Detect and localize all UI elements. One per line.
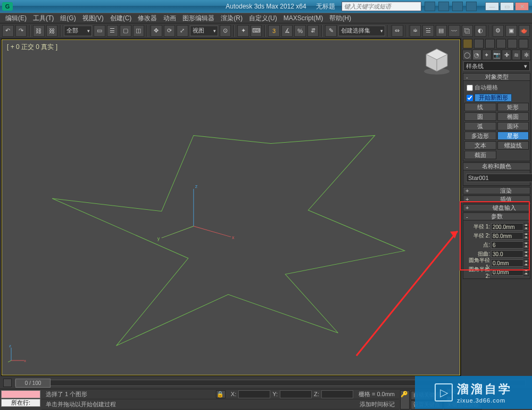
app-logo-icon[interactable]: G	[2, 2, 13, 11]
layer-manager-button[interactable]: ☱	[422, 25, 434, 37]
menu-rendering[interactable]: 渲染(R)	[219, 14, 245, 23]
tab-shapes-icon[interactable]: ◔	[472, 50, 482, 60]
toolrow-icon-4[interactable]	[496, 39, 506, 48]
schematic-view-button[interactable]: ⿻	[462, 25, 473, 37]
menu-maxscript[interactable]: MAXScript(M)	[281, 14, 326, 22]
points-spinner[interactable]: 6	[491, 241, 523, 249]
material-editor-button[interactable]: ◐	[475, 25, 486, 37]
now-row-input[interactable]	[1, 399, 40, 407]
tab-cameras-icon[interactable]: 📷	[492, 50, 502, 60]
menu-views[interactable]: 视图(V)	[80, 14, 106, 23]
menu-create[interactable]: 创建(C)	[108, 14, 134, 23]
favorites-icon[interactable]	[452, 2, 463, 11]
object-name-input[interactable]	[466, 174, 532, 182]
fillet1-spinner[interactable]: 0.0mm	[491, 259, 523, 267]
ref-coord-dropdown[interactable]: 视图	[190, 26, 218, 36]
key-mode-icon[interactable]: 🔑	[400, 390, 410, 409]
menu-graph-editors[interactable]: 图形编辑器	[180, 14, 217, 23]
maximize-button[interactable]: ▭	[500, 2, 514, 11]
menu-edit[interactable]: 编辑(E)	[3, 14, 29, 23]
autogrid-checkbox[interactable]	[467, 85, 473, 91]
time-slider[interactable]: 0 / 100	[0, 377, 532, 389]
rotate-button[interactable]: ⟳	[164, 25, 176, 37]
minimize-button[interactable]: —	[485, 2, 499, 11]
viewcube-icon[interactable]	[423, 47, 451, 76]
radius1-spinner[interactable]: 200.0mm	[491, 223, 523, 231]
coord-z-input[interactable]	[321, 390, 353, 398]
rollout-keyboard-entry[interactable]: +键盘输入	[463, 204, 530, 211]
shape-line-button[interactable]: 线	[464, 103, 496, 111]
curve-editor-button[interactable]: 〰	[448, 25, 460, 37]
percent-snap-button[interactable]: %	[294, 25, 306, 37]
shape-arc-button[interactable]: 弧	[464, 122, 496, 130]
shape-rectangle-button[interactable]: 矩形	[497, 103, 529, 111]
shape-donut-button[interactable]: 圆环	[497, 122, 529, 130]
rollout-object-type[interactable]: -对象类型	[463, 73, 530, 81]
selection-filter-dropdown[interactable]: 全部	[64, 26, 92, 36]
ribbon-toggle-button[interactable]: ▤	[436, 25, 447, 37]
time-slider-thumb[interactable]: 0 / 100	[15, 379, 51, 388]
menu-tools[interactable]: 工具(T)	[31, 14, 56, 23]
menu-animation[interactable]: 动画	[161, 14, 178, 23]
start-new-shape-checkbox[interactable]	[467, 95, 473, 101]
select-by-name-button[interactable]: ☰	[107, 25, 119, 37]
rendered-frame-button[interactable]: ▣	[505, 25, 517, 37]
rollout-interpolation[interactable]: +插值	[463, 195, 530, 203]
key-filter-selected-dropdown[interactable]: 选定对象	[444, 391, 475, 400]
toolrow-icon-6[interactable]	[519, 39, 528, 48]
toolrow-icon-2[interactable]	[474, 39, 484, 48]
tab-systems-icon[interactable]: ✻	[521, 50, 531, 60]
render-setup-button[interactable]: ⚙	[493, 25, 504, 37]
select-manipulate-button[interactable]: ✦	[237, 25, 249, 37]
timeline-lock-icon[interactable]	[3, 379, 12, 387]
viewport[interactable]: [ + 0 正交 0 真实 ] z x y z x	[1, 39, 461, 376]
shape-text-button[interactable]: 文本	[464, 141, 496, 150]
snap-toggle-button[interactable]: 3	[268, 25, 280, 37]
rollout-name-color[interactable]: -名称和颜色	[463, 162, 530, 170]
rollout-rendering[interactable]: +渲染	[463, 187, 530, 194]
move-button[interactable]: ✥	[151, 25, 162, 37]
distortion-spinner[interactable]: 30.0	[491, 250, 523, 258]
shape-helix-button[interactable]: 螺旋线	[497, 141, 529, 150]
menu-modifiers[interactable]: 修改器	[136, 14, 159, 23]
tab-geometry-icon[interactable]: ◯	[462, 50, 472, 60]
angle-snap-button[interactable]: ∡	[281, 25, 293, 37]
fillet2-spinner[interactable]: 0.0mm	[491, 268, 523, 276]
spinner-snap-button[interactable]: ⇵	[307, 25, 319, 37]
lock-selection-icon[interactable]: 🔒	[216, 390, 226, 398]
window-crossing-button[interactable]: ◫	[133, 25, 145, 37]
menu-customize[interactable]: 自定义(U)	[247, 14, 279, 23]
script-listener-input[interactable]	[1, 390, 40, 398]
set-key-button[interactable]: 设置关键点	[411, 400, 443, 409]
shape-ngon-button[interactable]: 多边形	[464, 132, 496, 140]
start-new-shape-button[interactable]: 开始新图形	[475, 94, 512, 102]
help-search-input[interactable]	[342, 2, 421, 11]
link-button[interactable]: ⛓	[33, 25, 45, 37]
add-time-tag-button[interactable]: 添加时间标记	[360, 400, 395, 408]
shape-circle-button[interactable]: 圆	[464, 112, 496, 121]
scale-button[interactable]: ⤢	[177, 25, 188, 37]
menu-group[interactable]: 组(G)	[58, 14, 78, 23]
named-selection-dropdown[interactable]: 创建选择集	[338, 26, 385, 36]
toolrow-icon-5[interactable]	[508, 39, 517, 48]
category-dropdown[interactable]: 样条线	[463, 61, 530, 71]
render-production-button[interactable]: 🫖	[519, 25, 530, 37]
menu-help[interactable]: 帮助(H)	[327, 14, 353, 23]
search-icon[interactable]	[425, 2, 435, 11]
shape-section-button[interactable]: 截面	[464, 151, 496, 159]
redo-button[interactable]: ↷	[15, 25, 27, 37]
toolrow-icon-1[interactable]	[463, 39, 472, 48]
mirror-button[interactable]: ⇔	[392, 25, 403, 37]
coord-y-input[interactable]	[280, 390, 312, 398]
align-button[interactable]: ≑	[410, 25, 421, 37]
rect-select-region-button[interactable]: ▢	[120, 25, 131, 37]
keyboard-shortcut-button[interactable]: ⌨	[251, 25, 262, 37]
radius2-spinner[interactable]: 80.0mm	[491, 232, 523, 240]
rollout-parameters[interactable]: -参数	[463, 212, 530, 220]
auto-key-button[interactable]: 自动关键点	[411, 391, 443, 400]
unlink-button[interactable]: ⛓̷	[46, 25, 58, 37]
time-slider-track[interactable]: 0 / 100	[15, 380, 526, 386]
close-button[interactable]: ✕	[515, 2, 529, 11]
select-object-button[interactable]: ▭	[94, 25, 105, 37]
star-shape[interactable]: z x y	[2, 39, 460, 370]
